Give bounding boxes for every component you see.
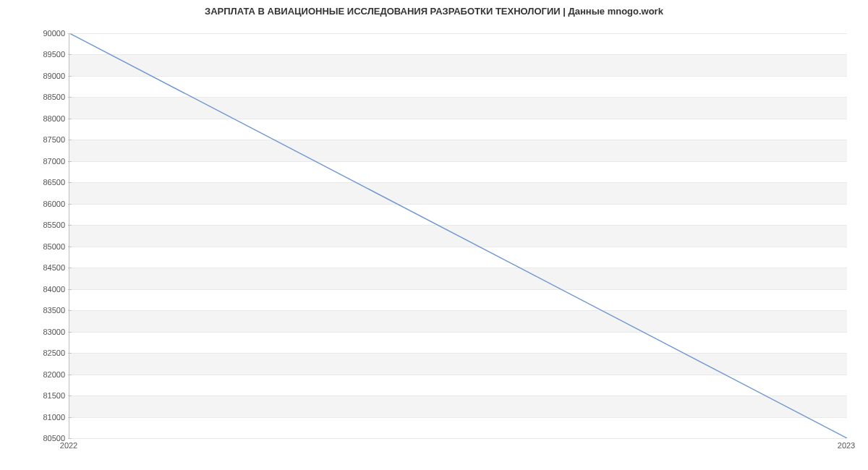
gridline	[69, 76, 847, 77]
y-tick-label: 81000	[33, 413, 65, 422]
gridline	[69, 375, 847, 375]
gridline	[69, 396, 847, 396]
plot-band	[69, 182, 847, 203]
plot-band	[69, 353, 847, 374]
y-tick-label: 88000	[33, 114, 65, 123]
y-tick-label: 86000	[33, 200, 65, 208]
y-tick-label: 86500	[33, 178, 65, 187]
x-tick-label: 2023	[838, 441, 855, 450]
y-tick-label: 85000	[33, 242, 65, 251]
y-tick-label: 90000	[33, 29, 65, 38]
y-tick-label: 88500	[33, 93, 65, 101]
plot-band	[69, 97, 847, 118]
plot-band	[69, 54, 847, 75]
gridline	[69, 353, 847, 354]
gridline	[69, 225, 847, 226]
y-tick-label: 89000	[33, 72, 65, 80]
gridline	[69, 182, 847, 183]
plot-band	[69, 396, 847, 416]
gridline	[69, 204, 847, 205]
y-tick-label: 82000	[33, 370, 65, 379]
y-tick-label: 87000	[33, 157, 65, 166]
y-tick-label: 89500	[33, 50, 65, 59]
y-tick-label: 84500	[33, 263, 65, 272]
y-tick-label: 83000	[33, 328, 65, 336]
gridline	[69, 332, 847, 333]
x-tick-label: 2022	[60, 441, 77, 450]
plot-band	[69, 268, 847, 289]
y-tick-label: 87500	[33, 135, 65, 144]
gridline	[69, 161, 847, 162]
plot-area	[69, 33, 847, 439]
gridline	[69, 310, 847, 311]
gridline	[69, 140, 847, 140]
gridline	[69, 247, 847, 247]
gridline	[69, 438, 847, 439]
plot-band	[69, 140, 847, 161]
y-tick-label: 85500	[33, 221, 65, 229]
gridline	[69, 289, 847, 290]
y-tick-label: 84000	[33, 285, 65, 294]
y-tick-label: 83500	[33, 306, 65, 315]
chart-container: ЗАРПЛАТА В АВИАЦИОННЫЕ ИССЛЕДОВАНИЯ РАЗР…	[0, 0, 868, 470]
gridline	[69, 54, 847, 55]
gridline	[69, 417, 847, 418]
y-tick-label: 82500	[33, 349, 65, 357]
gridline	[69, 268, 847, 268]
y-tick-label: 81500	[33, 391, 65, 400]
gridline	[69, 33, 847, 34]
gridline	[69, 97, 847, 98]
plot-band	[69, 225, 847, 246]
plot-band	[69, 310, 847, 331]
chart-title: ЗАРПЛАТА В АВИАЦИОННЫЕ ИССЛЕДОВАНИЯ РАЗР…	[0, 6, 868, 17]
gridline	[69, 119, 847, 119]
